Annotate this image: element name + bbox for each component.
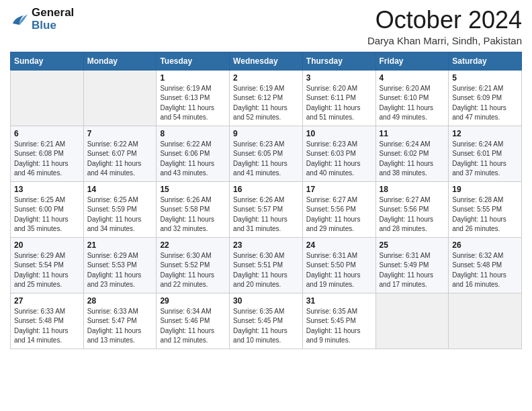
calendar-header: SundayMondayTuesdayWednesdayThursdayFrid…	[11, 52, 522, 70]
header-cell-sunday: Sunday	[11, 52, 84, 70]
calendar-cell: 21Sunrise: 6:29 AM Sunset: 5:53 PM Dayli…	[83, 237, 157, 293]
day-number: 10	[306, 129, 372, 138]
day-info: Sunrise: 6:27 AM Sunset: 5:56 PM Dayligh…	[306, 195, 372, 234]
day-info: Sunrise: 6:25 AM Sunset: 5:59 PM Dayligh…	[87, 195, 153, 234]
logo-line1: General	[32, 7, 74, 19]
day-info: Sunrise: 6:28 AM Sunset: 5:55 PM Dayligh…	[452, 195, 518, 234]
calendar-cell: 4Sunrise: 6:20 AM Sunset: 6:10 PM Daylig…	[375, 70, 449, 126]
calendar-cell	[375, 293, 449, 349]
day-info: Sunrise: 6:29 AM Sunset: 5:54 PM Dayligh…	[14, 251, 80, 290]
day-info: Sunrise: 6:21 AM Sunset: 6:08 PM Dayligh…	[14, 140, 80, 179]
day-number: 21	[87, 240, 153, 250]
header-cell-saturday: Saturday	[449, 52, 522, 70]
logo-bird-icon	[10, 10, 29, 29]
calendar-cell	[449, 293, 522, 349]
calendar-cell: 2Sunrise: 6:19 AM Sunset: 6:12 PM Daylig…	[230, 70, 303, 126]
calendar-cell: 15Sunrise: 6:26 AM Sunset: 5:58 PM Dayli…	[157, 181, 230, 237]
day-number: 18	[380, 185, 445, 194]
day-info: Sunrise: 6:20 AM Sunset: 6:10 PM Dayligh…	[380, 84, 445, 123]
day-number: 12	[452, 129, 518, 138]
day-number: 24	[306, 240, 372, 250]
calendar-cell: 16Sunrise: 6:26 AM Sunset: 5:57 PM Dayli…	[230, 181, 303, 237]
day-number: 15	[160, 185, 226, 194]
calendar-cell: 30Sunrise: 6:35 AM Sunset: 5:45 PM Dayli…	[230, 293, 303, 349]
header-cell-tuesday: Tuesday	[157, 52, 230, 70]
day-number: 20	[14, 240, 80, 250]
calendar-cell: 26Sunrise: 6:32 AM Sunset: 5:48 PM Dayli…	[449, 237, 522, 293]
header-cell-monday: Monday	[83, 52, 157, 70]
day-number: 7	[87, 129, 153, 138]
day-info: Sunrise: 6:23 AM Sunset: 6:03 PM Dayligh…	[306, 140, 372, 179]
day-info: Sunrise: 6:19 AM Sunset: 6:12 PM Dayligh…	[233, 84, 299, 123]
day-info: Sunrise: 6:25 AM Sunset: 6:00 PM Dayligh…	[14, 195, 80, 234]
calendar-cell: 18Sunrise: 6:27 AM Sunset: 5:56 PM Dayli…	[375, 181, 449, 237]
calendar-cell: 1Sunrise: 6:19 AM Sunset: 6:13 PM Daylig…	[157, 70, 230, 126]
header-cell-friday: Friday	[375, 52, 449, 70]
day-info: Sunrise: 6:19 AM Sunset: 6:13 PM Dayligh…	[160, 84, 226, 123]
day-info: Sunrise: 6:22 AM Sunset: 6:07 PM Dayligh…	[87, 140, 153, 179]
header: General Blue October 2024 Darya Khan Mar…	[10, 7, 522, 46]
day-info: Sunrise: 6:21 AM Sunset: 6:09 PM Dayligh…	[452, 84, 518, 123]
logo: General Blue	[10, 7, 74, 32]
calendar-cell: 29Sunrise: 6:34 AM Sunset: 5:46 PM Dayli…	[157, 293, 230, 349]
day-number: 13	[14, 185, 80, 194]
calendar-cell: 24Sunrise: 6:31 AM Sunset: 5:50 PM Dayli…	[302, 237, 375, 293]
day-number: 23	[233, 240, 299, 250]
day-number: 19	[452, 185, 518, 194]
day-info: Sunrise: 6:24 AM Sunset: 6:01 PM Dayligh…	[452, 140, 518, 179]
calendar-cell: 19Sunrise: 6:28 AM Sunset: 5:55 PM Dayli…	[449, 181, 522, 237]
day-number: 22	[160, 240, 226, 250]
day-info: Sunrise: 6:31 AM Sunset: 5:50 PM Dayligh…	[306, 251, 372, 290]
calendar-cell: 25Sunrise: 6:31 AM Sunset: 5:49 PM Dayli…	[375, 237, 449, 293]
day-number: 27	[14, 296, 80, 306]
calendar-cell: 14Sunrise: 6:25 AM Sunset: 5:59 PM Dayli…	[83, 181, 157, 237]
calendar-cell: 17Sunrise: 6:27 AM Sunset: 5:56 PM Dayli…	[302, 181, 375, 237]
subtitle: Darya Khan Marri, Sindh, Pakistan	[367, 35, 522, 46]
day-info: Sunrise: 6:29 AM Sunset: 5:53 PM Dayligh…	[87, 251, 153, 290]
header-cell-thursday: Thursday	[302, 52, 375, 70]
day-info: Sunrise: 6:30 AM Sunset: 5:52 PM Dayligh…	[160, 251, 226, 290]
week-row-2: 6Sunrise: 6:21 AM Sunset: 6:08 PM Daylig…	[11, 126, 522, 181]
calendar-cell: 22Sunrise: 6:30 AM Sunset: 5:52 PM Dayli…	[157, 237, 230, 293]
day-info: Sunrise: 6:33 AM Sunset: 5:47 PM Dayligh…	[87, 307, 153, 346]
day-info: Sunrise: 6:33 AM Sunset: 5:48 PM Dayligh…	[14, 307, 80, 346]
day-info: Sunrise: 6:35 AM Sunset: 5:45 PM Dayligh…	[233, 307, 299, 346]
week-row-4: 20Sunrise: 6:29 AM Sunset: 5:54 PM Dayli…	[11, 237, 522, 293]
day-number: 11	[380, 129, 445, 138]
day-info: Sunrise: 6:32 AM Sunset: 5:48 PM Dayligh…	[452, 251, 518, 290]
header-cell-wednesday: Wednesday	[230, 52, 303, 70]
calendar-cell: 20Sunrise: 6:29 AM Sunset: 5:54 PM Dayli…	[11, 237, 84, 293]
calendar-cell: 6Sunrise: 6:21 AM Sunset: 6:08 PM Daylig…	[11, 126, 84, 181]
calendar-cell: 8Sunrise: 6:22 AM Sunset: 6:06 PM Daylig…	[157, 126, 230, 181]
calendar-cell: 3Sunrise: 6:20 AM Sunset: 6:11 PM Daylig…	[302, 70, 375, 126]
calendar-cell: 28Sunrise: 6:33 AM Sunset: 5:47 PM Dayli…	[83, 293, 157, 349]
day-number: 4	[380, 73, 445, 83]
day-number: 26	[452, 240, 518, 250]
calendar-cell: 27Sunrise: 6:33 AM Sunset: 5:48 PM Dayli…	[11, 293, 84, 349]
calendar-cell: 12Sunrise: 6:24 AM Sunset: 6:01 PM Dayli…	[449, 126, 522, 181]
calendar-cell: 5Sunrise: 6:21 AM Sunset: 6:09 PM Daylig…	[449, 70, 522, 126]
day-number: 6	[14, 129, 80, 138]
week-row-5: 27Sunrise: 6:33 AM Sunset: 5:48 PM Dayli…	[11, 293, 522, 349]
calendar-cell: 11Sunrise: 6:24 AM Sunset: 6:02 PM Dayli…	[375, 126, 449, 181]
day-info: Sunrise: 6:20 AM Sunset: 6:11 PM Dayligh…	[306, 84, 372, 123]
day-info: Sunrise: 6:26 AM Sunset: 5:58 PM Dayligh…	[160, 195, 226, 234]
calendar-cell: 10Sunrise: 6:23 AM Sunset: 6:03 PM Dayli…	[302, 126, 375, 181]
week-row-3: 13Sunrise: 6:25 AM Sunset: 6:00 PM Dayli…	[11, 181, 522, 237]
day-info: Sunrise: 6:30 AM Sunset: 5:51 PM Dayligh…	[233, 251, 299, 290]
day-number: 8	[160, 129, 226, 138]
day-number: 28	[87, 296, 153, 306]
day-info: Sunrise: 6:22 AM Sunset: 6:06 PM Dayligh…	[160, 140, 226, 179]
day-number: 31	[306, 296, 372, 306]
day-number: 25	[380, 240, 445, 250]
main-title: October 2024	[367, 7, 522, 34]
day-number: 5	[452, 73, 518, 83]
day-number: 16	[233, 185, 299, 194]
day-info: Sunrise: 6:23 AM Sunset: 6:05 PM Dayligh…	[233, 140, 299, 179]
title-block: October 2024 Darya Khan Marri, Sindh, Pa…	[367, 7, 522, 46]
day-info: Sunrise: 6:34 AM Sunset: 5:46 PM Dayligh…	[160, 307, 226, 346]
calendar-cell: 7Sunrise: 6:22 AM Sunset: 6:07 PM Daylig…	[83, 126, 157, 181]
day-number: 2	[233, 73, 299, 83]
calendar-cell: 13Sunrise: 6:25 AM Sunset: 6:00 PM Dayli…	[11, 181, 84, 237]
calendar-cell	[83, 70, 157, 126]
